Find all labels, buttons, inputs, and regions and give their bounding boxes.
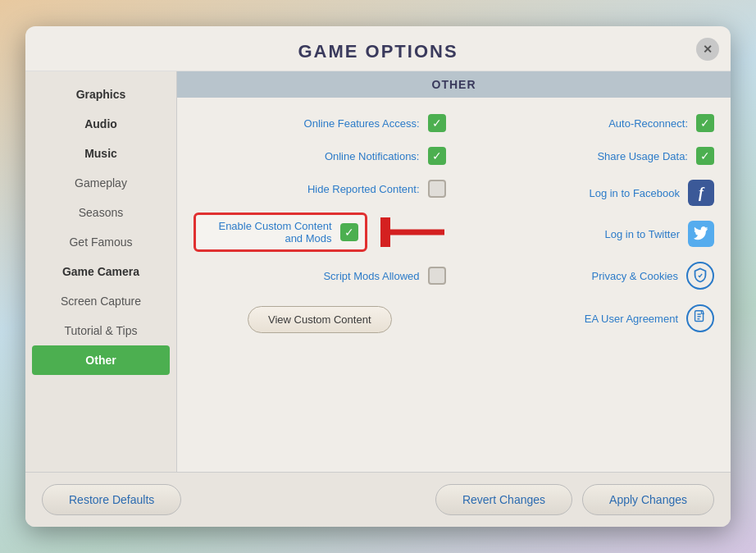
enable-custom-container: Enable Custom Content and Mods ✓ [194, 213, 446, 252]
hide-reported-row: Hide Reported Content: [194, 180, 446, 198]
game-options-modal: Game Options ✕ Graphics Audio Music Game… [25, 26, 731, 527]
modal-footer: Restore Defaults Revert Changes Apply Ch… [25, 472, 731, 527]
log-facebook-label: Log in to Facebook [589, 187, 680, 199]
arrow-container [380, 217, 446, 247]
online-features-label: Online Features Access: [304, 117, 420, 130]
twitter-icon[interactable] [688, 221, 714, 247]
script-mods-label: Script Mods Allowed [323, 270, 419, 282]
enable-custom-row: Enable Custom Content and Mods ✓ [194, 213, 367, 252]
online-notifications-checkbox[interactable]: ✓ [428, 147, 446, 165]
log-twitter-label: Log in to Twitter [604, 228, 680, 240]
close-button[interactable]: ✕ [696, 38, 719, 61]
sidebar-item-audio[interactable]: Audio [25, 109, 176, 139]
modal-header: Game Options ✕ [25, 26, 731, 71]
sidebar-item-graphics[interactable]: Graphics [25, 80, 176, 109]
restore-defaults-button[interactable]: Restore Defaults [42, 484, 181, 515]
ea-user-agreement-label: EA User Agreement [585, 313, 678, 325]
share-usage-label: Share Usage Data: [597, 150, 688, 162]
sidebar-item-gameplay[interactable]: Gameplay [25, 168, 176, 198]
footer-right-buttons: Revert Changes Apply Changes [435, 484, 714, 515]
content-main: Online Features Access: ✓ Online Notific… [177, 98, 731, 472]
sidebar-item-screen-capture[interactable]: Screen Capture [25, 286, 176, 316]
ea-user-agreement-row: EA User Agreement [462, 304, 715, 332]
auto-reconnect-row: Auto-Reconnect: ✓ [462, 114, 715, 132]
sidebar-item-music[interactable]: Music [25, 139, 176, 168]
sidebar-item-seasons[interactable]: Seasons [25, 198, 176, 227]
revert-changes-button[interactable]: Revert Changes [435, 484, 572, 515]
share-usage-checkbox[interactable]: ✓ [696, 147, 714, 165]
document-icon[interactable] [686, 304, 714, 332]
auto-reconnect-checkbox[interactable]: ✓ [696, 114, 714, 132]
left-column: Online Features Access: ✓ Online Notific… [194, 114, 446, 455]
apply-changes-button[interactable]: Apply Changes [582, 484, 714, 515]
hide-reported-checkbox[interactable] [428, 180, 446, 198]
enable-custom-label: Enable Custom Content and Mods [203, 220, 332, 245]
privacy-cookies-label: Privacy & Cookies [592, 270, 678, 282]
privacy-cookies-row: Privacy & Cookies [462, 262, 715, 290]
view-custom-container: View Custom Content [194, 306, 446, 333]
script-mods-row: Script Mods Allowed [194, 267, 446, 285]
facebook-icon[interactable]: f [688, 180, 714, 206]
sidebar-item-game-camera[interactable]: Game Camera [25, 257, 176, 286]
sidebar-item-get-famous[interactable]: Get Famous [25, 227, 176, 257]
auto-reconnect-label: Auto-Reconnect: [608, 117, 688, 130]
online-features-row: Online Features Access: ✓ [194, 114, 446, 132]
log-facebook-row: Log in to Facebook f [462, 180, 715, 206]
content-area: Other Online Features Access: ✓ Online N… [177, 71, 731, 472]
content-header: Other [177, 71, 731, 98]
shield-icon[interactable] [686, 262, 714, 290]
red-arrow-icon [380, 217, 446, 247]
online-features-checkbox[interactable]: ✓ [428, 114, 446, 132]
sidebar-item-other[interactable]: Other [32, 345, 170, 375]
share-usage-row: Share Usage Data: ✓ [462, 147, 715, 165]
online-notifications-row: Online Notifications: ✓ [194, 147, 446, 165]
sidebar: Graphics Audio Music Gameplay Seasons Ge… [25, 71, 177, 472]
right-column: Auto-Reconnect: ✓ Share Usage Data: ✓ Lo… [462, 114, 715, 455]
hide-reported-label: Hide Reported Content: [307, 183, 420, 195]
view-custom-content-button[interactable]: View Custom Content [248, 306, 392, 333]
online-notifications-label: Online Notifications: [325, 150, 420, 162]
sidebar-item-tutorial-tips[interactable]: Tutorial & Tips [25, 316, 176, 345]
log-twitter-row: Log in to Twitter [462, 221, 715, 247]
modal-title: Game Options [298, 41, 458, 62]
script-mods-checkbox[interactable] [428, 267, 446, 285]
enable-custom-checkbox[interactable]: ✓ [340, 223, 358, 241]
modal-body: Graphics Audio Music Gameplay Seasons Ge… [25, 71, 731, 472]
